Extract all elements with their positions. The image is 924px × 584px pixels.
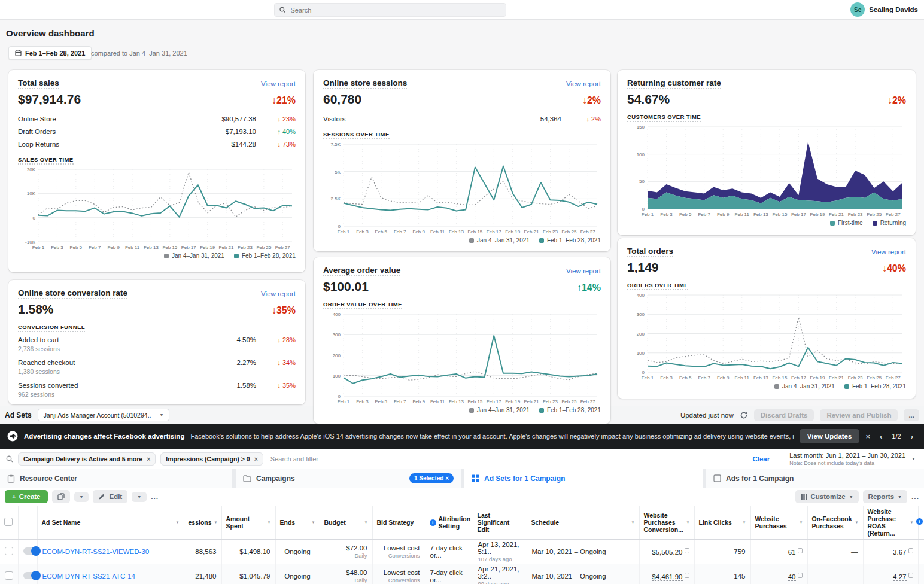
svg-text:2.5K: 2.5K <box>331 196 341 202</box>
cell-value: Mar 10, 2021 – Ongoing <box>532 548 606 555</box>
discard-drafts-button[interactable]: Discard Drafts <box>754 409 814 421</box>
column-header[interactable]: Website Purchases Conversion...▼ <box>639 506 694 540</box>
ios14-banner: Advertising changes affect Facebook adve… <box>0 424 924 449</box>
status-toggle[interactable] <box>23 572 39 579</box>
refresh-icon[interactable] <box>740 411 748 419</box>
sort-icon[interactable]: ▼ <box>364 521 368 524</box>
svg-text:0: 0 <box>642 206 645 212</box>
sort-icon[interactable]: ▼ <box>176 521 180 524</box>
svg-text:Feb 27: Feb 27 <box>275 245 290 250</box>
sort-icon[interactable]: ▼ <box>743 521 746 524</box>
banner-prev-icon[interactable]: ‹ <box>880 432 882 441</box>
view-report-link[interactable]: View report <box>566 267 601 275</box>
sort-icon[interactable]: ▼ <box>910 521 914 524</box>
cell-value[interactable]: ECOM-DYN-RT-SS21-ATC-14 <box>42 573 136 580</box>
checkbox[interactable] <box>5 571 13 580</box>
view-report-link[interactable]: View report <box>871 248 906 256</box>
row-toggle-cell[interactable] <box>18 540 37 564</box>
column-header[interactable]: Amount Spent▼ <box>221 506 275 540</box>
column-header[interactable]: Website Purchases▼ <box>750 506 807 540</box>
svg-text:Feb 25: Feb 25 <box>256 245 271 250</box>
filter-pill-impressions[interactable]: Impressions (Campaign) > 0× <box>160 452 263 466</box>
row-checkbox-cell[interactable] <box>0 564 18 584</box>
view-report-link[interactable]: View report <box>261 290 296 297</box>
toolbar-right-more-button[interactable]: ... <box>911 492 919 501</box>
filter-search-input[interactable]: Search and filter <box>270 455 748 463</box>
view-report-link[interactable]: View report <box>261 80 296 87</box>
customize-button[interactable]: Customize▼ <box>795 490 859 503</box>
tab-campaigns[interactable]: Campaigns 1 Selected × <box>236 469 461 488</box>
clear-filters-link[interactable]: Clear <box>752 455 770 463</box>
row-delta: ↓ 2% <box>561 115 601 123</box>
checkbox[interactable] <box>5 547 13 555</box>
funnel-value: 4.50% <box>184 336 256 343</box>
column-header[interactable]: Ad Set Name▼ <box>37 506 184 540</box>
filter-pill-delivery[interactable]: Campaign Delivery is Active and 5 more× <box>18 452 156 466</box>
cell-value: Ongoing <box>284 573 310 580</box>
status-toggle[interactable] <box>23 548 39 555</box>
column-header[interactable]: Budget▼ <box>320 506 372 540</box>
date-range-picker[interactable]: Feb 1–Feb 28, 2021 <box>8 46 92 60</box>
column-header[interactable]: Link Clicks▼ <box>694 506 750 540</box>
duplicate-button[interactable] <box>52 490 70 503</box>
banner-next-icon[interactable]: › <box>911 432 913 441</box>
sort-icon[interactable]: ▼ <box>686 521 690 524</box>
table-row[interactable]: ECOM-DYN-RT-SS21-ATC-1421,480$1,045.79On… <box>0 564 924 584</box>
row-toggle-cell[interactable] <box>18 564 37 584</box>
column-header[interactable]: On-Facebook Purchases▼ <box>807 506 863 540</box>
account-selector[interactable]: Janji Ads Manager Account (5010294..▼ <box>38 409 170 421</box>
report-date-selector[interactable]: Last month: Jun 1, 2021 – Jun 30, 2021No… <box>782 451 918 467</box>
sort-icon[interactable]: ▼ <box>312 521 315 524</box>
svg-text:-10K: -10K <box>25 239 36 245</box>
info-icon[interactable]: i <box>430 519 436 526</box>
column-header[interactable]: Bid Strategy <box>372 506 425 540</box>
column-header[interactable]: essions▼ <box>184 506 221 540</box>
banner-close-icon[interactable]: × <box>865 432 870 441</box>
edit-dropdown-button[interactable]: ▼ <box>132 492 147 502</box>
column-header[interactable]: Schedule▼ <box>527 506 639 540</box>
sort-icon[interactable]: ▼ <box>855 521 859 524</box>
clipboard-icon <box>7 474 15 483</box>
duplicate-dropdown-button[interactable]: ▼ <box>74 492 89 502</box>
funnel-sublabel: 962 sessions <box>18 391 184 398</box>
checkbox[interactable] <box>4 518 13 526</box>
remove-filter-icon[interactable]: × <box>254 455 258 463</box>
toolbar-more-button[interactable]: ... <box>151 492 159 501</box>
view-updates-button[interactable]: View Updates <box>800 429 860 443</box>
compare-range-label: compared to Jan 4–Jan 31, 2021 <box>91 50 187 57</box>
chevron-down-icon: ▼ <box>898 495 902 499</box>
column-header[interactable]: Website Purchase ROAS (Return...▼ <box>863 506 918 540</box>
review-publish-button[interactable]: Review and Publish <box>820 409 898 421</box>
chart-legend: Jan 4–Jan 31, 2021Feb 1–Feb 28, 2021 <box>323 407 601 413</box>
table-row[interactable]: ECOM-DYN-RT-SS21-VIEWED-3088,563$1,498.1… <box>0 540 924 564</box>
tab-resource-center[interactable]: Resource Center <box>0 469 232 488</box>
global-search[interactable] <box>274 3 506 17</box>
edit-button[interactable]: Edit <box>93 490 127 503</box>
view-report-link[interactable]: View report <box>566 80 601 87</box>
create-button[interactable]: +Create <box>5 490 48 503</box>
column-header[interactable]: Ends▼ <box>275 506 320 540</box>
sort-icon[interactable]: ▼ <box>214 521 218 524</box>
filter-bar: Campaign Delivery is Active and 5 more× … <box>0 449 924 469</box>
svg-text:Feb 25: Feb 25 <box>561 229 576 235</box>
cell-value[interactable]: ECOM-DYN-RT-SS21-VIEWED-30 <box>42 548 150 555</box>
legend-swatch <box>469 238 474 243</box>
svg-text:Feb 15: Feb 15 <box>467 229 482 235</box>
select-all-checkbox-cell[interactable] <box>0 506 18 540</box>
column-header[interactable]: Last Significant Edit <box>473 506 527 540</box>
row-checkbox-cell[interactable] <box>0 540 18 564</box>
tab-ad-sets[interactable]: Ad Sets for 1 Campaign <box>464 469 703 488</box>
sort-icon[interactable]: ▼ <box>631 521 635 524</box>
search-input[interactable] <box>290 6 501 14</box>
remove-filter-icon[interactable]: × <box>147 455 150 463</box>
column-header[interactable]: iAttribution Setting <box>425 506 473 540</box>
sort-icon[interactable]: ▼ <box>268 521 271 524</box>
sort-icon[interactable]: ▼ <box>800 521 803 524</box>
reports-button[interactable]: Reports▼ <box>863 490 907 503</box>
selected-count-badge[interactable]: 1 Selected × <box>409 473 454 483</box>
adsets-more-button[interactable]: ... <box>904 409 919 421</box>
account-menu[interactable]: Sc Scaling Davids <box>850 2 918 17</box>
tab-ads[interactable]: Ads for 1 Campaign <box>706 469 924 488</box>
columns-icon <box>801 494 807 500</box>
funnel-delta: ↓ 35% <box>256 382 296 389</box>
